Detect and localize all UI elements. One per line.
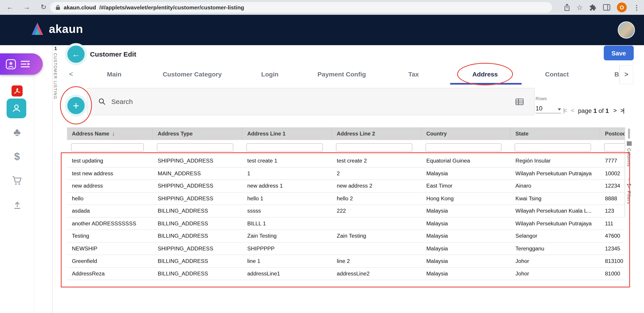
table-cell: Ainaro bbox=[510, 180, 600, 192]
share-icon[interactable] bbox=[564, 4, 570, 11]
scrollbar-thumb[interactable] bbox=[628, 128, 630, 139]
panel-tab-index: 1 bbox=[54, 46, 57, 52]
previous-page-icon[interactable]: < bbox=[571, 107, 573, 114]
table-cell: MAIN_ADDRESS bbox=[153, 167, 242, 180]
browser-menu-icon[interactable]: ⋮ bbox=[633, 4, 640, 12]
table-cell: Selangor bbox=[510, 230, 600, 242]
akaun-logo-icon bbox=[30, 22, 45, 36]
table-cell: 1 bbox=[242, 167, 332, 180]
tab-login[interactable]: Login bbox=[261, 71, 278, 78]
table-cell: 12234 bbox=[600, 180, 624, 192]
extensions-icon[interactable] bbox=[590, 4, 596, 11]
side-panel-icon[interactable] bbox=[603, 4, 610, 10]
column-header-country[interactable]: Country bbox=[421, 127, 510, 140]
table-row[interactable]: Greenfield BILLING_ADDRESS line 1 line 2… bbox=[67, 255, 624, 268]
search-panel bbox=[87, 88, 535, 115]
table-row[interactable]: AddressReza BILLING_ADDRESS addressLine1… bbox=[67, 268, 624, 280]
browser-toolbar: ← → ↻ akaun.cloud/#/applets/wavelet/erp/… bbox=[0, 0, 644, 15]
table-cell: new address bbox=[67, 180, 153, 192]
column-filter-input[interactable] bbox=[157, 143, 234, 151]
column-header-address-type[interactable]: Address Type bbox=[153, 127, 242, 140]
browser-profile-avatar[interactable]: O bbox=[617, 2, 627, 12]
tab-tax[interactable]: Tax bbox=[408, 71, 419, 78]
club-applet-icon[interactable]: ♣ bbox=[0, 126, 34, 138]
next-page-icon[interactable]: > bbox=[613, 107, 616, 114]
column-header-address-line-2[interactable]: Address Line 2 bbox=[332, 127, 421, 140]
filters-panel-label[interactable]: Filters bbox=[626, 191, 632, 204]
table-header-row: Address Name ↓ Address Type Address Line… bbox=[67, 127, 624, 140]
table-cell: asdada bbox=[67, 205, 153, 218]
column-filter-input[interactable] bbox=[514, 143, 591, 151]
table-row[interactable]: new address SHIPPING_ADDRESS new address… bbox=[67, 180, 624, 192]
panel-tab-label[interactable]: CUSTOMER LISTING bbox=[53, 53, 58, 100]
table-row[interactable]: hello SHIPPING_ADDRESS hello 1 hello 2 H… bbox=[67, 192, 624, 205]
applet-switcher-flyout[interactable] bbox=[0, 54, 43, 75]
column-filter-input[interactable] bbox=[246, 143, 323, 151]
browser-back-icon[interactable]: ← bbox=[6, 0, 14, 15]
cart-applet-icon[interactable] bbox=[0, 176, 34, 187]
akaun-logo[interactable]: akaun bbox=[30, 22, 83, 36]
table-cell: 111 bbox=[600, 218, 624, 230]
pdf-applet-icon[interactable] bbox=[0, 86, 34, 98]
column-filter-input[interactable] bbox=[604, 143, 625, 151]
table-row[interactable]: another ADDRESSSSSSS BILLING_ADDRESS BIL… bbox=[67, 218, 624, 230]
save-button[interactable]: Save bbox=[604, 46, 634, 60]
tab-partial[interactable]: B bbox=[614, 71, 620, 78]
chevron-right-icon[interactable]: > bbox=[628, 177, 630, 181]
table-cell: SHIPPING_ADDRESS bbox=[153, 242, 242, 255]
column-filter-input[interactable] bbox=[426, 143, 502, 151]
table-cell: Malaysia bbox=[421, 167, 510, 180]
table-row[interactable]: asdada BILLING_ADDRESS sssss 222 Malaysi… bbox=[67, 205, 624, 218]
column-filter-input[interactable] bbox=[336, 143, 412, 151]
search-input[interactable] bbox=[110, 97, 511, 106]
first-page-icon[interactable]: |< bbox=[563, 107, 566, 114]
table-cell: Malaysia bbox=[421, 230, 510, 242]
address-bar[interactable]: akaun.cloud/#/applets/wavelet/erp/entity… bbox=[50, 2, 552, 13]
filter-funnel-icon[interactable] bbox=[627, 184, 631, 188]
table-cell: 123 bbox=[600, 205, 624, 218]
bookmark-star-icon[interactable]: ☆ bbox=[576, 3, 583, 12]
rows-per-page-select[interactable]: 10 bbox=[536, 102, 561, 113]
add-address-button[interactable]: + bbox=[67, 97, 84, 114]
columns-icon[interactable] bbox=[626, 141, 632, 146]
table-row[interactable]: test updating SHIPPING_ADDRESS test crea… bbox=[67, 155, 624, 167]
table-row[interactable]: test new address MAIN_ADDRESS 1 2 Malays… bbox=[67, 167, 624, 180]
dollar-applet-icon[interactable]: $ bbox=[0, 151, 34, 162]
table-cell: Wilayah Persekutuan Kuala L... bbox=[510, 205, 600, 218]
column-header-state[interactable]: State bbox=[510, 127, 600, 140]
tab-customer-category[interactable]: Customer Category bbox=[162, 71, 222, 78]
tabs-scroll-right-button[interactable]: > bbox=[620, 65, 633, 84]
active-tab-underline bbox=[450, 83, 522, 84]
table-cell: Wilayah Persekutuan Putrajaya bbox=[510, 218, 600, 230]
column-header-postcode[interactable]: Postcode bbox=[600, 127, 624, 140]
last-page-icon[interactable]: >| bbox=[620, 107, 624, 114]
customer-applet-icon-active[interactable] bbox=[6, 98, 26, 118]
column-header-address-name[interactable]: Address Name ↓ bbox=[67, 127, 153, 140]
column-header-address-line-1[interactable]: Address Line 1 bbox=[242, 127, 332, 140]
table-row[interactable]: Testing BILLING_ADDRESS Zain Testing Zai… bbox=[67, 230, 624, 242]
rows-per-page-label: Rows bbox=[536, 96, 547, 101]
browser-reload-icon[interactable]: ↻ bbox=[39, 0, 48, 15]
table-row[interactable]: NEWSHIP SHIPPING_ADDRESS SHIPPPPP Malays… bbox=[67, 242, 624, 255]
back-button[interactable]: ← bbox=[67, 46, 84, 63]
tabs-scroll-left-icon[interactable]: < bbox=[69, 70, 73, 78]
tab-main[interactable]: Main bbox=[107, 71, 122, 78]
tab-address[interactable]: Address bbox=[472, 71, 498, 78]
table-cell: 813100 bbox=[600, 255, 624, 268]
search-icon bbox=[98, 98, 106, 106]
user-avatar[interactable] bbox=[618, 22, 635, 39]
columns-panel-label[interactable]: Columns bbox=[626, 148, 632, 167]
column-filter-input[interactable] bbox=[71, 143, 144, 151]
pagination-text: page 1 of 1 bbox=[578, 107, 609, 114]
table-cell: BILLING_ADDRESS bbox=[153, 255, 242, 268]
tab-contact[interactable]: Contact bbox=[545, 71, 569, 78]
tab-payment-config[interactable]: Payment Config bbox=[318, 71, 366, 78]
person-icon bbox=[10, 102, 22, 114]
table-cell: East Timor bbox=[421, 180, 510, 192]
table-cell: NEWSHIP bbox=[67, 242, 153, 255]
browser-forward-icon[interactable]: → bbox=[22, 0, 31, 15]
table-view-icon[interactable] bbox=[516, 98, 524, 105]
screen: ← → ↻ akaun.cloud/#/applets/wavelet/erp/… bbox=[0, 0, 644, 313]
upload-applet-icon[interactable] bbox=[0, 200, 34, 212]
table-cell: Greenfield bbox=[67, 255, 153, 268]
